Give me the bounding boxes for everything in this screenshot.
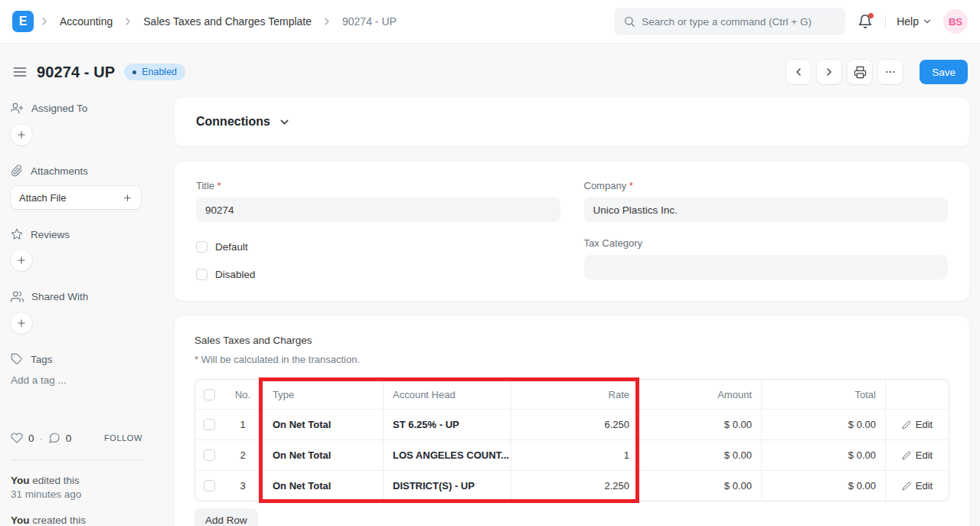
assigned-to-label: Assigned To — [31, 103, 87, 114]
cell-type[interactable]: On Net Total — [263, 471, 383, 501]
sidebar-toggle-icon[interactable] — [12, 64, 28, 80]
connections-title: Connections — [196, 115, 270, 129]
form-body: Connections Title * Default Disable — [175, 97, 969, 526]
history-action: edited this — [32, 475, 80, 486]
avatar[interactable]: BS — [943, 9, 968, 34]
plus-icon — [122, 193, 132, 203]
tax-category-field[interactable] — [584, 255, 949, 279]
chevron-right-icon — [38, 15, 51, 28]
company-field-label: Company * — [584, 180, 949, 191]
taxes-table-header: No. Type Account Head Rate Amount Total — [195, 380, 949, 409]
edit-row-button[interactable]: Edit — [902, 449, 933, 461]
edit-label: Edit — [916, 480, 933, 492]
row-number: 3 — [223, 471, 263, 501]
row-checkbox[interactable] — [204, 419, 215, 430]
save-button[interactable]: Save — [920, 60, 968, 84]
plus-icon — [16, 255, 27, 266]
comment-icon[interactable] — [48, 432, 60, 444]
row-number: 2 — [223, 440, 263, 470]
default-checkbox[interactable] — [196, 241, 207, 253]
default-checkbox-label: Default — [215, 241, 248, 253]
status-dot-icon — [132, 70, 136, 74]
edit-row-button[interactable]: Edit — [902, 419, 933, 430]
taxes-section-note: * Will be calculated in the transaction. — [194, 354, 949, 365]
sidebar-divider — [11, 459, 142, 460]
print-button[interactable] — [848, 60, 872, 84]
comment-count: 0 — [66, 433, 72, 444]
cell-total[interactable]: $ 0.00 — [761, 410, 885, 439]
cell-amount[interactable]: $ 0.00 — [639, 440, 761, 470]
navbar-divider — [885, 15, 886, 28]
history-when: 31 minutes ago — [11, 488, 81, 500]
cell-type[interactable]: On Net Total — [263, 440, 383, 470]
printer-icon — [854, 66, 867, 79]
attachments-label: Attachments — [31, 165, 88, 177]
disabled-checkbox[interactable] — [196, 269, 207, 280]
col-header-no: No. — [223, 380, 263, 409]
history-created: You created this 31 minutes ago — [11, 514, 153, 526]
follow-button[interactable]: FOLLOW — [104, 433, 142, 443]
pencil-icon — [902, 482, 911, 491]
connections-section-toggle[interactable]: Connections — [196, 115, 291, 129]
help-label: Help — [897, 15, 919, 28]
help-menu[interactable]: Help — [897, 15, 933, 28]
tags-label: Tags — [31, 354, 53, 365]
reviews-section: Reviews — [11, 228, 153, 240]
chevron-right-icon — [321, 15, 333, 28]
cell-total[interactable]: $ 0.00 — [761, 471, 885, 501]
search-icon — [623, 15, 635, 28]
edit-row-button[interactable]: Edit — [902, 480, 933, 492]
cell-account-head[interactable]: ST 6.25% - UP — [383, 410, 511, 439]
user-plus-icon — [11, 102, 24, 115]
search-input[interactable] — [642, 16, 836, 28]
disabled-checkbox-row[interactable]: Disabled — [196, 269, 560, 280]
required-asterisk: * — [629, 180, 633, 191]
menu-ellipsis-button[interactable] — [878, 60, 903, 84]
select-all-checkbox[interactable] — [204, 389, 215, 400]
table-row: 3 On Net Total DISTRICT(S) - UP 2.250 $ … — [195, 470, 949, 501]
app-logo-icon[interactable]: E — [12, 11, 34, 32]
add-tag-input[interactable]: Add a tag ... — [11, 374, 153, 386]
breadcrumb-accounting[interactable]: Accounting — [55, 15, 117, 28]
breadcrumb: E Accounting Sales Taxes and Charges Tem… — [12, 11, 401, 32]
title-field[interactable] — [196, 198, 560, 222]
row-checkbox[interactable] — [204, 449, 215, 461]
taxes-card: Sales Taxes and Charges * Will be calcul… — [175, 316, 969, 526]
row-checkbox[interactable] — [204, 480, 215, 492]
dot-separator: · — [40, 433, 43, 444]
notifications-bell-icon[interactable] — [856, 12, 874, 31]
chevron-down-icon — [278, 116, 291, 129]
prev-record-button[interactable] — [786, 60, 811, 84]
breadcrumb-template-list[interactable]: Sales Taxes and Charges Template — [139, 15, 316, 28]
col-header-amount: Amount — [639, 380, 761, 409]
breadcrumb-current: 90274 - UP — [338, 15, 401, 28]
cell-amount[interactable]: $ 0.00 — [639, 410, 761, 439]
add-review-button[interactable] — [11, 250, 32, 271]
add-share-button[interactable] — [11, 312, 32, 334]
next-record-button[interactable] — [817, 60, 841, 84]
tag-icon — [11, 353, 23, 365]
page-title: 90274 - UP — [37, 64, 115, 81]
heart-icon[interactable] — [11, 432, 23, 444]
default-checkbox-row[interactable]: Default — [196, 241, 560, 253]
attach-file-button[interactable]: Attach File — [11, 186, 141, 209]
cell-total[interactable]: $ 0.00 — [761, 440, 885, 470]
cell-account-head[interactable]: LOS ANGELES COUNT... — [383, 440, 511, 470]
history-edited: You edited this 31 minutes ago — [11, 474, 153, 501]
edit-label: Edit — [916, 449, 933, 461]
cell-rate[interactable]: 1 — [511, 440, 639, 470]
cell-account-head[interactable]: DISTRICT(S) - UP — [383, 471, 511, 501]
add-assignment-button[interactable] — [11, 124, 32, 145]
navbar: E Accounting Sales Taxes and Charges Tem… — [0, 0, 980, 44]
history-who: You — [11, 515, 30, 526]
cell-rate[interactable]: 6.250 — [511, 410, 639, 439]
cell-rate[interactable]: 2.250 — [511, 471, 639, 501]
add-row-button[interactable]: Add Row — [194, 508, 258, 526]
pencil-icon — [902, 420, 911, 430]
shared-with-label: Shared With — [31, 291, 88, 302]
shared-with-section: Shared With — [11, 290, 153, 303]
company-field[interactable] — [584, 198, 949, 222]
global-search[interactable] — [614, 8, 845, 35]
cell-amount[interactable]: $ 0.00 — [639, 471, 761, 501]
cell-type[interactable]: On Net Total — [263, 410, 383, 439]
